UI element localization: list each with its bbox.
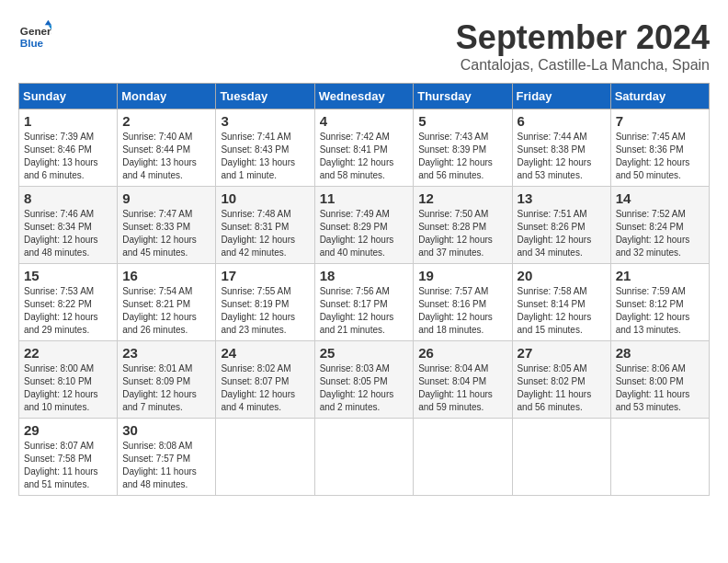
day-cell-8: 8Sunrise: 7:46 AMSunset: 8:34 PMDaylight… (19, 187, 118, 264)
day-info: Sunrise: 7:43 AMSunset: 8:39 PMDaylight:… (418, 131, 506, 182)
day-info: Sunrise: 7:42 AMSunset: 8:41 PMDaylight:… (320, 131, 409, 182)
day-number: 19 (418, 268, 506, 283)
day-info: Sunrise: 7:51 AMSunset: 8:26 PMDaylight:… (518, 208, 606, 259)
day-number: 11 (320, 190, 409, 206)
day-info: Sunrise: 7:55 AMSunset: 8:19 PMDaylight:… (221, 285, 309, 337)
day-cell-7: 7Sunrise: 7:45 AMSunset: 8:36 PMDaylight… (610, 109, 709, 187)
empty-cell (512, 419, 610, 496)
day-info: Sunrise: 8:03 AMSunset: 8:05 PMDaylight:… (320, 362, 409, 414)
empty-cell (610, 419, 709, 496)
day-number: 17 (221, 268, 309, 283)
day-number: 16 (122, 268, 210, 283)
day-info: Sunrise: 7:47 AMSunset: 8:33 PMDaylight:… (122, 208, 210, 259)
day-cell-6: 6Sunrise: 7:44 AMSunset: 8:38 PMDaylight… (512, 109, 610, 187)
header-sunday: Sunday (19, 84, 118, 109)
day-info: Sunrise: 7:46 AMSunset: 8:34 PMDaylight:… (24, 208, 112, 259)
header-tuesday: Tuesday (216, 84, 314, 109)
day-number: 6 (518, 113, 606, 129)
day-number: 12 (418, 190, 506, 206)
day-cell-25: 25Sunrise: 8:03 AMSunset: 8:05 PMDayligh… (314, 341, 414, 419)
day-info: Sunrise: 8:01 AMSunset: 8:09 PMDaylight:… (122, 362, 210, 414)
header-monday: Monday (118, 84, 216, 109)
day-number: 3 (221, 113, 309, 129)
day-number: 23 (122, 345, 210, 361)
day-info: Sunrise: 7:53 AMSunset: 8:22 PMDaylight:… (24, 285, 112, 337)
day-number: 4 (320, 113, 409, 129)
day-cell-20: 20Sunrise: 7:58 AMSunset: 8:14 PMDayligh… (512, 264, 610, 341)
svg-text:General: General (20, 25, 51, 37)
day-cell-30: 30Sunrise: 8:08 AMSunset: 7:57 PMDayligh… (118, 419, 216, 496)
day-cell-24: 24Sunrise: 8:02 AMSunset: 8:07 PMDayligh… (216, 341, 314, 419)
day-number: 24 (221, 345, 309, 361)
day-number: 14 (616, 190, 704, 206)
day-info: Sunrise: 7:56 AMSunset: 8:17 PMDaylight:… (320, 285, 409, 337)
header-thursday: Thursday (414, 84, 512, 109)
day-cell-27: 27Sunrise: 8:05 AMSunset: 8:02 PMDayligh… (512, 341, 610, 419)
day-number: 13 (518, 190, 606, 206)
day-cell-15: 15Sunrise: 7:53 AMSunset: 8:22 PMDayligh… (19, 264, 118, 341)
day-number: 21 (616, 268, 704, 283)
month-title: September 2024 (456, 18, 710, 57)
day-number: 22 (24, 345, 112, 361)
calendar-table: SundayMondayTuesdayWednesdayThursdayFrid… (18, 83, 710, 496)
day-info: Sunrise: 8:04 AMSunset: 8:04 PMDaylight:… (418, 362, 506, 414)
day-number: 27 (518, 345, 606, 361)
day-info: Sunrise: 8:08 AMSunset: 7:57 PMDaylight:… (122, 440, 210, 491)
header-wednesday: Wednesday (314, 84, 414, 109)
day-number: 7 (616, 113, 704, 129)
day-number: 25 (320, 345, 409, 361)
day-info: Sunrise: 7:44 AMSunset: 8:38 PMDaylight:… (518, 131, 606, 182)
day-info: Sunrise: 8:05 AMSunset: 8:02 PMDaylight:… (518, 362, 606, 414)
logo: General Blue (18, 18, 51, 52)
day-cell-22: 22Sunrise: 8:00 AMSunset: 8:10 PMDayligh… (19, 341, 118, 419)
svg-marker-2 (45, 20, 51, 25)
day-cell-4: 4Sunrise: 7:42 AMSunset: 8:41 PMDaylight… (314, 109, 414, 187)
day-number: 1 (24, 113, 112, 129)
day-number: 28 (616, 345, 704, 361)
day-number: 30 (122, 422, 210, 438)
day-cell-3: 3Sunrise: 7:41 AMSunset: 8:43 PMDaylight… (216, 109, 314, 187)
day-info: Sunrise: 7:50 AMSunset: 8:28 PMDaylight:… (418, 208, 506, 259)
day-cell-5: 5Sunrise: 7:43 AMSunset: 8:39 PMDaylight… (414, 109, 512, 187)
day-cell-12: 12Sunrise: 7:50 AMSunset: 8:28 PMDayligh… (414, 187, 512, 264)
day-info: Sunrise: 7:48 AMSunset: 8:31 PMDaylight:… (221, 208, 309, 259)
day-cell-21: 21Sunrise: 7:59 AMSunset: 8:12 PMDayligh… (610, 264, 709, 341)
day-number: 26 (418, 345, 506, 361)
day-cell-17: 17Sunrise: 7:55 AMSunset: 8:19 PMDayligh… (216, 264, 314, 341)
empty-cell (414, 419, 512, 496)
day-cell-28: 28Sunrise: 8:06 AMSunset: 8:00 PMDayligh… (610, 341, 709, 419)
day-number: 15 (24, 268, 112, 283)
day-cell-2: 2Sunrise: 7:40 AMSunset: 8:44 PMDaylight… (118, 109, 216, 187)
day-cell-9: 9Sunrise: 7:47 AMSunset: 8:33 PMDaylight… (118, 187, 216, 264)
day-info: Sunrise: 7:49 AMSunset: 8:29 PMDaylight:… (320, 208, 409, 259)
day-info: Sunrise: 7:57 AMSunset: 8:16 PMDaylight:… (418, 285, 506, 337)
day-cell-26: 26Sunrise: 8:04 AMSunset: 8:04 PMDayligh… (414, 341, 512, 419)
empty-cell (216, 419, 314, 496)
day-info: Sunrise: 7:41 AMSunset: 8:43 PMDaylight:… (221, 131, 309, 182)
day-info: Sunrise: 8:02 AMSunset: 8:07 PMDaylight:… (221, 362, 309, 414)
day-number: 20 (518, 268, 606, 283)
day-number: 9 (122, 190, 210, 206)
location-title: Cantalojas, Castille-La Mancha, Spain (456, 57, 710, 74)
day-cell-10: 10Sunrise: 7:48 AMSunset: 8:31 PMDayligh… (216, 187, 314, 264)
day-info: Sunrise: 7:54 AMSunset: 8:21 PMDaylight:… (122, 285, 210, 337)
day-cell-13: 13Sunrise: 7:51 AMSunset: 8:26 PMDayligh… (512, 187, 610, 264)
day-cell-1: 1Sunrise: 7:39 AMSunset: 8:46 PMDaylight… (19, 109, 118, 187)
svg-text:Blue: Blue (20, 37, 44, 49)
header-friday: Friday (512, 84, 610, 109)
day-cell-16: 16Sunrise: 7:54 AMSunset: 8:21 PMDayligh… (118, 264, 216, 341)
day-number: 29 (24, 422, 112, 438)
empty-cell (314, 419, 414, 496)
day-cell-29: 29Sunrise: 8:07 AMSunset: 7:58 PMDayligh… (19, 419, 118, 496)
day-info: Sunrise: 7:59 AMSunset: 8:12 PMDaylight:… (616, 285, 704, 337)
day-number: 10 (221, 190, 309, 206)
day-number: 5 (418, 113, 506, 129)
day-cell-19: 19Sunrise: 7:57 AMSunset: 8:16 PMDayligh… (414, 264, 512, 341)
day-info: Sunrise: 7:45 AMSunset: 8:36 PMDaylight:… (616, 131, 704, 182)
day-number: 18 (320, 268, 409, 283)
day-info: Sunrise: 8:07 AMSunset: 7:58 PMDaylight:… (24, 440, 112, 491)
day-info: Sunrise: 7:58 AMSunset: 8:14 PMDaylight:… (518, 285, 606, 337)
day-info: Sunrise: 7:52 AMSunset: 8:24 PMDaylight:… (616, 208, 704, 259)
day-info: Sunrise: 7:40 AMSunset: 8:44 PMDaylight:… (122, 131, 210, 182)
day-number: 2 (122, 113, 210, 129)
